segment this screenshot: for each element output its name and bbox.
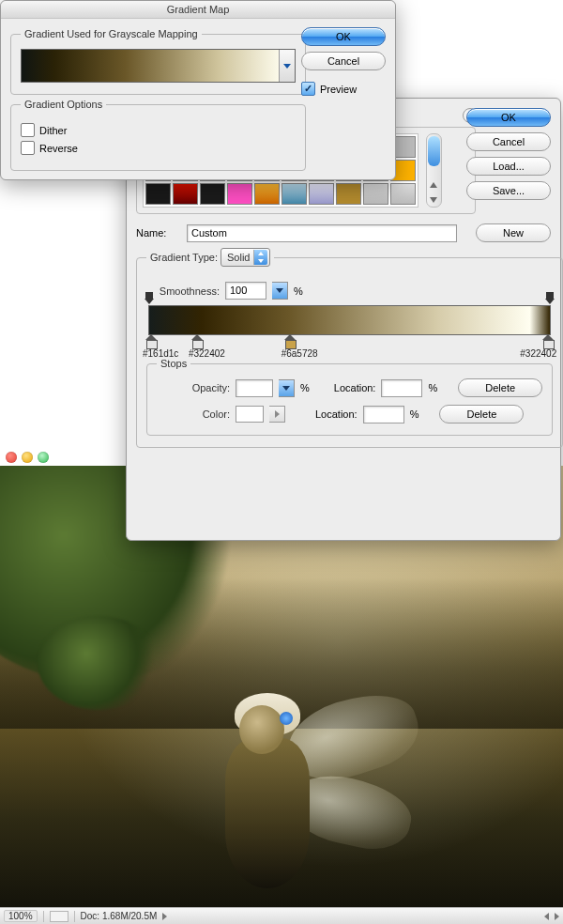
name-input[interactable]: Custom xyxy=(187,224,457,242)
gradient-ramp[interactable]: #161d1c #322402 #6a5728 #322402 xyxy=(148,305,551,333)
cancel-button[interactable]: Cancel xyxy=(466,132,551,151)
delete-button[interactable]: Delete xyxy=(439,405,524,424)
grayscale-legend: Gradient Used for Grayscale Mapping xyxy=(21,28,202,39)
location-label: Location: xyxy=(315,408,358,420)
color-stop-selected[interactable] xyxy=(285,334,295,344)
close-icon[interactable] xyxy=(6,452,17,463)
color-label: Color: xyxy=(157,408,230,420)
subject xyxy=(188,682,375,907)
location-input[interactable] xyxy=(363,406,404,424)
opacity-stop[interactable] xyxy=(545,295,555,304)
new-button[interactable]: New xyxy=(476,223,551,242)
dialog-title: Gradient Map xyxy=(1,1,395,19)
stop-hex: #6a5728 xyxy=(282,348,318,359)
color-well[interactable] xyxy=(236,406,264,423)
type-group: Gradient Type: Solid Smoothness: 100 % #… xyxy=(136,248,563,448)
preset-swatch[interactable] xyxy=(309,183,334,205)
zoom-icon[interactable] xyxy=(38,452,49,463)
stop-hex: #161d1c xyxy=(143,348,178,359)
reverse-checkbox[interactable] xyxy=(21,141,35,155)
stops-legend: Stops xyxy=(157,358,190,369)
percent-label: % xyxy=(294,285,303,297)
dither-checkbox[interactable] xyxy=(21,123,35,137)
preset-swatch[interactable] xyxy=(173,183,198,205)
scroll-placeholder xyxy=(50,911,68,922)
stop-hex: #322402 xyxy=(520,348,556,359)
smoothness-input[interactable]: 100 xyxy=(225,282,266,300)
chevron-right-icon[interactable] xyxy=(162,913,167,920)
color-stop[interactable] xyxy=(192,334,202,344)
chevron-right-icon[interactable] xyxy=(555,913,559,920)
smoothness-stepper[interactable] xyxy=(272,282,288,300)
grayscale-group: Gradient Used for Grayscale Mapping xyxy=(10,28,306,95)
dither-label: Dither xyxy=(39,125,67,136)
preview-checkbox[interactable] xyxy=(301,82,315,96)
gradient-preview[interactable] xyxy=(21,49,296,83)
load-button[interactable]: Load... xyxy=(466,157,551,176)
preset-scrollbar[interactable] xyxy=(426,133,442,208)
options-group: Gradient Options Dither Reverse xyxy=(10,99,306,171)
gradient-map-dialog: Gradient Map OK Cancel Preview Gradient … xyxy=(0,0,396,180)
preset-swatch[interactable] xyxy=(282,183,307,205)
status-bar: 100% Doc: 1.68M/20.5M xyxy=(0,907,563,924)
preset-swatch[interactable] xyxy=(254,183,280,205)
cancel-button[interactable]: Cancel xyxy=(301,52,386,70)
save-button[interactable]: Save... xyxy=(466,181,551,200)
color-stop[interactable] xyxy=(543,334,553,344)
doc-size: Doc: 1.68M/20.5M xyxy=(81,911,158,921)
preset-swatch[interactable] xyxy=(200,183,225,205)
opacity-input[interactable] xyxy=(236,379,273,397)
reverse-label: Reverse xyxy=(39,143,78,154)
preset-swatch[interactable] xyxy=(363,183,388,205)
options-legend: Gradient Options xyxy=(21,99,106,110)
gradient-dropdown-icon[interactable] xyxy=(279,50,295,82)
ok-button[interactable]: OK xyxy=(466,108,551,127)
preset-swatch[interactable] xyxy=(336,183,361,205)
preset-swatch[interactable] xyxy=(145,183,171,205)
type-select[interactable]: Solid xyxy=(221,248,270,267)
type-value: Solid xyxy=(227,252,250,263)
opacity-stepper[interactable] xyxy=(279,379,295,397)
percent-label: % xyxy=(300,382,310,393)
location-label: Location: xyxy=(334,382,376,393)
zoom-level[interactable]: 100% xyxy=(4,910,38,922)
stops-group: Stops Opacity: % Location: % Delete Colo… xyxy=(146,358,553,436)
smoothness-label: Smoothness: xyxy=(146,285,220,297)
location-input[interactable] xyxy=(381,379,422,397)
opacity-label: Opacity: xyxy=(157,382,230,393)
minimize-icon[interactable] xyxy=(22,452,33,463)
ok-button[interactable]: OK xyxy=(301,27,386,46)
preview-label: Preview xyxy=(320,84,357,95)
chevron-left-icon[interactable] xyxy=(544,913,549,920)
percent-label: % xyxy=(428,382,437,393)
color-stop[interactable] xyxy=(146,334,156,344)
foliage xyxy=(38,616,160,710)
preset-swatch[interactable] xyxy=(227,183,252,205)
percent-label: % xyxy=(410,408,419,420)
preset-swatch[interactable] xyxy=(390,183,416,205)
opacity-stop[interactable] xyxy=(145,295,154,304)
delete-button[interactable]: Delete xyxy=(458,378,542,397)
color-picker-icon[interactable] xyxy=(269,406,285,423)
name-label: Name: xyxy=(136,227,181,239)
type-label: Gradient Type: xyxy=(150,252,218,263)
stop-hex: #322402 xyxy=(189,348,225,359)
